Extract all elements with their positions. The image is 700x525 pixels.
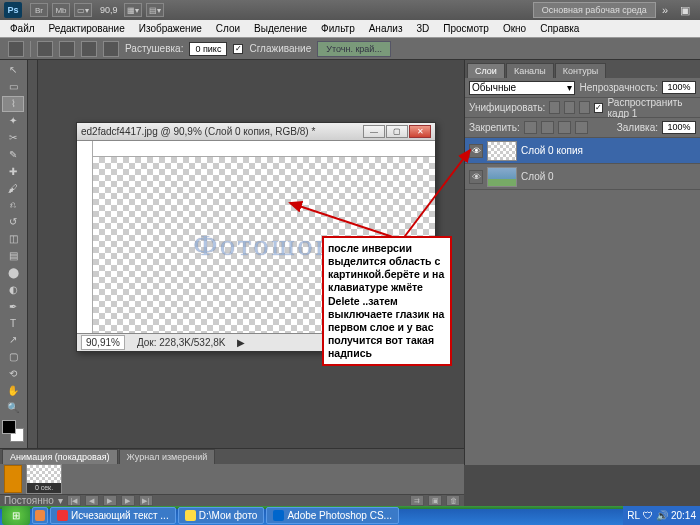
selection-new-icon[interactable] <box>37 41 53 57</box>
csxs-icon[interactable]: ▣ <box>680 4 690 17</box>
menu-image[interactable]: Изображение <box>133 21 208 36</box>
hand-tool-icon[interactable]: ✋ <box>2 383 24 399</box>
animation-frame[interactable]: 0 сек. <box>26 464 62 494</box>
gradient-tool-icon[interactable]: ▤ <box>2 248 24 264</box>
eraser-tool-icon[interactable]: ◫ <box>2 231 24 247</box>
menu-3d[interactable]: 3D <box>410 21 435 36</box>
play-icon[interactable]: ▶ <box>103 495 117 506</box>
fill-input[interactable]: 100% <box>662 121 696 134</box>
start-button[interactable]: ⊞ <box>2 506 30 525</box>
menu-window[interactable]: Окно <box>497 21 532 36</box>
delete-frame-icon[interactable]: 🗑 <box>446 495 460 506</box>
taskbar-item[interactable]: D:\Мои фото <box>178 507 265 524</box>
path-select-tool-icon[interactable]: ↗ <box>2 332 24 348</box>
menu-help[interactable]: Справка <box>534 21 585 36</box>
type-tool-icon[interactable]: T <box>2 315 24 331</box>
feather-input[interactable]: 0 пикс <box>189 42 227 56</box>
minibridge-icon[interactable]: Mb <box>52 3 70 17</box>
new-frame-icon[interactable]: ▣ <box>428 495 442 506</box>
pen-tool-icon[interactable]: ✒ <box>2 298 24 314</box>
taskbar-item[interactable]: Adobe Photoshop CS... <box>266 507 399 524</box>
maximize-icon[interactable]: ▢ <box>386 125 408 138</box>
menu-analysis[interactable]: Анализ <box>363 21 409 36</box>
move-tool-icon[interactable]: ↖ <box>2 62 24 78</box>
layer-name[interactable]: Слой 0 <box>521 171 554 182</box>
ruler-vertical[interactable] <box>77 141 93 333</box>
tray-icon[interactable]: 🛡 <box>643 510 653 521</box>
zoom-tool-icon[interactable]: 🔍 <box>2 400 24 416</box>
layer-thumbnail[interactable] <box>487 167 517 187</box>
tab-animation[interactable]: Анимация (покадровая) <box>2 449 118 464</box>
opacity-input[interactable]: 100% <box>662 81 696 94</box>
tray-icon[interactable]: 🔊 <box>656 510 668 521</box>
last-frame-icon[interactable]: ▶| <box>139 495 153 506</box>
tab-channels[interactable]: Каналы <box>506 63 554 78</box>
refine-edge-button[interactable]: Уточн. край... <box>317 41 391 57</box>
lock-move-icon[interactable] <box>558 121 571 134</box>
history-brush-tool-icon[interactable]: ↺ <box>2 214 24 230</box>
collapsed-dock[interactable] <box>28 60 38 465</box>
language-indicator[interactable]: RL <box>627 510 640 521</box>
selection-add-icon[interactable] <box>59 41 75 57</box>
lock-paint-icon[interactable] <box>541 121 554 134</box>
current-tool-icon[interactable] <box>8 41 24 57</box>
lock-all-icon[interactable] <box>575 121 588 134</box>
system-tray[interactable]: RL 🛡 🔊 20:14 <box>623 506 700 525</box>
ruler-horizontal[interactable] <box>93 141 435 157</box>
tween-icon[interactable]: ⇉ <box>410 495 424 506</box>
menu-edit[interactable]: Редактирование <box>43 21 131 36</box>
layer-thumbnail[interactable] <box>487 141 517 161</box>
doc-info[interactable]: Док: 228,3K/532,8K <box>137 337 226 348</box>
eyedropper-tool-icon[interactable]: ✎ <box>2 146 24 162</box>
document-titlebar[interactable]: ed2fadcf4417.jpg @ 90,9% (Слой 0 копия, … <box>77 123 435 141</box>
bridge-icon[interactable]: Br <box>30 3 48 17</box>
minimize-icon[interactable]: — <box>363 125 385 138</box>
3d-tool-icon[interactable]: ⟲ <box>2 366 24 382</box>
stamp-tool-icon[interactable]: ⎌ <box>2 197 24 213</box>
unify-style-icon[interactable] <box>579 101 590 114</box>
antialias-checkbox[interactable]: ✓ <box>233 44 243 54</box>
crop-tool-icon[interactable]: ✂ <box>2 130 24 146</box>
lasso-tool-icon[interactable]: ⌇ <box>2 96 24 112</box>
close-icon[interactable]: ✕ <box>409 125 431 138</box>
layer-row[interactable]: 👁 Слой 0 <box>465 164 700 190</box>
screen-mode-icon[interactable]: ▭▾ <box>74 3 92 17</box>
marquee-tool-icon[interactable]: ▭ <box>2 79 24 95</box>
unify-visibility-icon[interactable] <box>564 101 575 114</box>
tab-paths[interactable]: Контуры <box>555 63 606 78</box>
visibility-eye-icon[interactable]: 👁 <box>469 144 483 158</box>
info-arrow-icon[interactable]: ▶ <box>237 337 245 348</box>
menu-layers[interactable]: Слои <box>210 21 246 36</box>
arrange-docs-icon[interactable]: ▤▾ <box>146 3 164 17</box>
layer-row[interactable]: 👁 Слой 0 копия <box>465 138 700 164</box>
tab-layers[interactable]: Слои <box>467 63 505 78</box>
brush-tool-icon[interactable]: 🖌 <box>2 180 24 196</box>
tab-measure-log[interactable]: Журнал измерений <box>119 449 216 464</box>
unify-position-icon[interactable] <box>549 101 560 114</box>
workspace-switcher[interactable]: Основная рабочая среда <box>533 2 656 18</box>
wand-tool-icon[interactable]: ✦ <box>2 113 24 129</box>
loop-select[interactable]: Постоянно <box>4 495 54 506</box>
chevron-right-icon[interactable]: » <box>662 4 668 16</box>
first-frame-icon[interactable]: |◀ <box>67 495 81 506</box>
quicklaunch-item[interactable] <box>32 507 48 524</box>
color-swatches[interactable] <box>2 420 24 442</box>
zoom-readout[interactable]: 90,91% <box>81 335 125 350</box>
healing-tool-icon[interactable]: ✚ <box>2 163 24 179</box>
prev-frame-icon[interactable]: ◀ <box>85 495 99 506</box>
visibility-eye-icon[interactable]: 👁 <box>469 170 483 184</box>
frame-delay[interactable]: 0 сек. <box>27 483 61 493</box>
frame-selector[interactable] <box>4 465 22 493</box>
selection-sub-icon[interactable] <box>81 41 97 57</box>
blend-mode-select[interactable]: Обычные▾ <box>469 81 575 95</box>
clock[interactable]: 20:14 <box>671 510 696 521</box>
propagate-checkbox[interactable]: ✓ <box>594 103 603 113</box>
menu-select[interactable]: Выделение <box>248 21 313 36</box>
taskbar-item[interactable]: Исчезающий текст ... <box>50 507 176 524</box>
shape-tool-icon[interactable]: ▢ <box>2 349 24 365</box>
next-frame-icon[interactable]: ▶ <box>121 495 135 506</box>
dodge-tool-icon[interactable]: ◐ <box>2 281 24 297</box>
view-extras-icon[interactable]: ▦▾ <box>124 3 142 17</box>
layer-name[interactable]: Слой 0 копия <box>521 145 583 156</box>
blur-tool-icon[interactable]: ⬤ <box>2 265 24 281</box>
